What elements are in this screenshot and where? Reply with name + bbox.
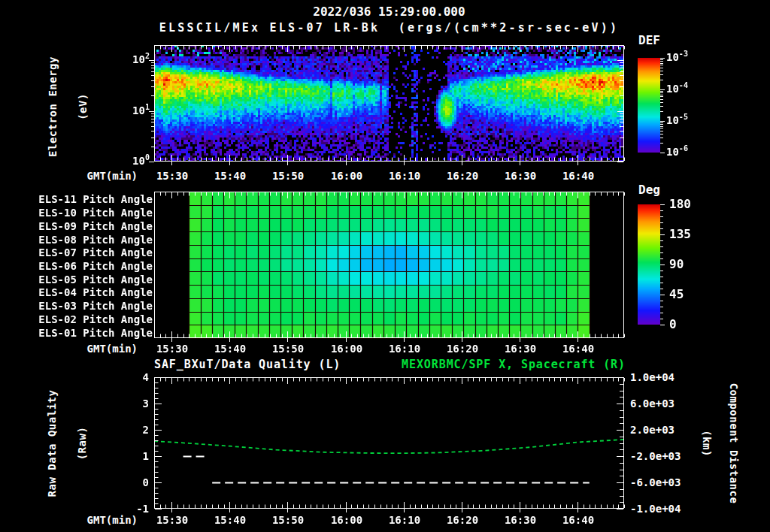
x-tick-label-row1: 15:40 xyxy=(214,170,246,182)
quality-tick-label: -1 xyxy=(114,503,149,515)
quality-distance-canvas xyxy=(148,371,630,515)
raw-quality-axis-title: Raw Data Quality (Raw) xyxy=(37,368,97,518)
energy-tick-label: 100 xyxy=(116,155,150,167)
energy-tick-label: 102 xyxy=(116,53,150,65)
x-tick-label-row2: 16:20 xyxy=(447,343,478,355)
pitch-angle-canvas xyxy=(148,186,630,344)
els-row-label: ELS-01 Pitch Angle xyxy=(21,327,153,339)
quality-tick-label: 4 xyxy=(114,371,149,383)
def-colorbar xyxy=(636,55,671,156)
distance-tick-label: -1.0e+04 xyxy=(630,503,681,515)
x-tick-label-row2: 15:30 xyxy=(156,343,188,355)
deg-colorbar-title: Deg xyxy=(638,183,660,197)
x-tick-label-row3: 15:50 xyxy=(272,514,304,526)
deg-colorbar xyxy=(636,201,671,328)
energy-axis-title: Electron Energy (eV) xyxy=(38,39,98,174)
quality-tick-label: 1 xyxy=(114,450,149,462)
x-tick-label-row2: 16:30 xyxy=(505,343,536,355)
els-row-label: ELS-11 Pitch Angle xyxy=(21,193,153,205)
x-tick-label-row2: 15:50 xyxy=(272,343,304,355)
def-colorbar-tick-label: 10-5 xyxy=(666,114,688,126)
deg-colorbar-tick-label: 135 xyxy=(669,227,691,241)
def-colorbar-tick-label: 10-6 xyxy=(666,146,688,158)
deg-colorbar-tick-label: 90 xyxy=(669,257,684,271)
els-row-label: ELS-06 Pitch Angle xyxy=(21,260,153,272)
quality-tick-label: 3 xyxy=(114,397,149,410)
distance-tick-label: 6.0e+03 xyxy=(630,397,675,410)
els-row-label: ELS-09 Pitch Angle xyxy=(21,220,153,232)
plot-screen: 2022/036 15:29:00.000 ELSSCIL/MEx ELS-07… xyxy=(0,0,770,532)
plot-timestamp-title: 2022/036 15:29:00.000 xyxy=(154,5,624,19)
x-tick-label-row1: 15:50 xyxy=(272,170,304,182)
x-tick-label-row3: 15:40 xyxy=(214,514,246,526)
els-row-label: ELS-03 Pitch Angle xyxy=(21,300,153,312)
x-tick-label-row2: 16:10 xyxy=(389,343,420,355)
els-row-label: ELS-05 Pitch Angle xyxy=(21,274,153,286)
gmt-axis-label-2: GMT(min) xyxy=(79,343,138,355)
x-tick-label-row1: 16:30 xyxy=(505,170,536,182)
els-row-label: ELS-10 Pitch Angle xyxy=(21,207,153,219)
component-distance-axis-title: Component Distance (km) xyxy=(693,361,747,526)
distance-tick-label: 2.0e+03 xyxy=(630,424,675,436)
gmt-axis-label-3: GMT(min) xyxy=(79,514,138,526)
x-tick-label-row3: 16:40 xyxy=(562,514,594,526)
x-tick-label-row3: 16:00 xyxy=(331,514,362,526)
x-tick-label-row1: 16:00 xyxy=(331,170,362,182)
deg-colorbar-tick-label: 0 xyxy=(669,317,677,331)
quality-tick-label: 0 xyxy=(114,476,149,488)
energy-spectrogram-canvas xyxy=(148,39,630,168)
distance-tick-label: 1.0e+04 xyxy=(630,371,675,383)
x-tick-label-row3: 16:10 xyxy=(389,514,420,526)
els-row-label: ELS-07 Pitch Angle xyxy=(21,246,153,258)
def-colorbar-title: DEF xyxy=(638,33,660,47)
els-row-label: ELS-08 Pitch Angle xyxy=(21,234,153,246)
spacecraft-series-title: MEXORBMC/SPF X, Spacecraft (R) xyxy=(402,358,626,371)
deg-colorbar-tick-label: 180 xyxy=(669,197,691,211)
energy-tick-label: 101 xyxy=(116,104,150,116)
deg-colorbar-tick-label: 45 xyxy=(669,287,684,301)
quality-tick-label: 2 xyxy=(114,424,149,436)
plot-subtitle: ELSSCIL/MEx ELS-07 LR-Bk (ergs/(cm**2-sr… xyxy=(154,21,624,35)
def-colorbar-tick-label: 10-4 xyxy=(666,83,688,95)
x-tick-label-row3: 15:30 xyxy=(156,514,188,526)
x-tick-label-row3: 16:20 xyxy=(447,514,478,526)
x-tick-label-row2: 15:40 xyxy=(214,343,246,355)
gmt-axis-label-1: GMT(min) xyxy=(79,170,138,182)
x-tick-label-row1: 16:20 xyxy=(447,170,478,182)
x-tick-label-row1: 16:10 xyxy=(389,170,420,182)
els-row-label: ELS-02 Pitch Angle xyxy=(21,313,153,325)
x-tick-label-row1: 15:30 xyxy=(156,170,188,182)
x-tick-label-row2: 16:00 xyxy=(331,343,362,355)
quality-series-title: SAF_BXuT/Data Quality (L) xyxy=(154,358,341,371)
els-row-label: ELS-04 Pitch Angle xyxy=(21,286,153,298)
distance-tick-label: -6.0e+03 xyxy=(630,476,681,488)
bottom-panel-titles: SAF_BXuT/Data Quality (L) MEXORBMC/SPF X… xyxy=(154,358,626,371)
x-tick-label-row1: 16:40 xyxy=(562,170,594,182)
x-tick-label-row2: 16:40 xyxy=(562,343,594,355)
x-tick-label-row3: 16:30 xyxy=(505,514,536,526)
def-colorbar-tick-label: 10-3 xyxy=(666,51,688,63)
distance-tick-label: -2.0e+03 xyxy=(630,450,681,462)
